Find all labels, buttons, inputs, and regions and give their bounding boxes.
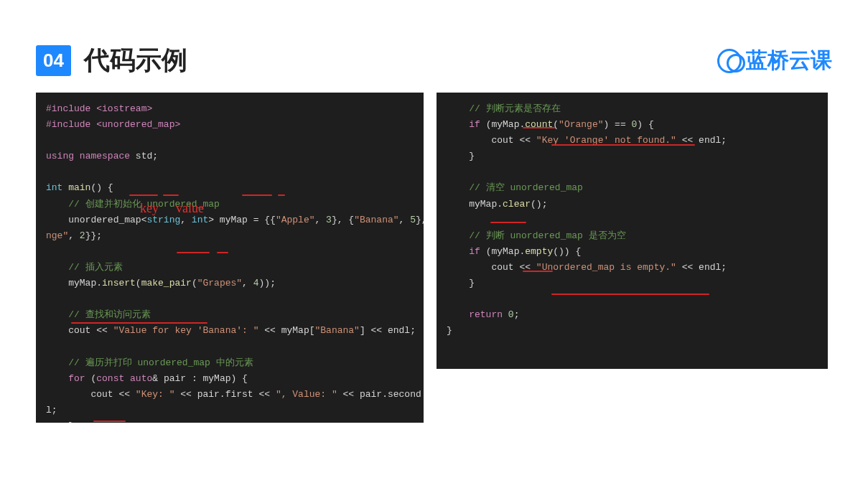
- red-underline: [242, 194, 272, 196]
- red-underline: [163, 194, 179, 196]
- red-underline: [523, 271, 553, 272]
- red-underline: [551, 294, 709, 295]
- comment: // 清空 unordered_map: [469, 182, 583, 193]
- comment: // 创建并初始化 unordered_map: [68, 199, 220, 210]
- keyword: namespace: [80, 151, 130, 161]
- code-text: myMap.: [68, 278, 102, 288]
- keyword: auto: [130, 373, 152, 384]
- content-area: #include <iostream> #include <unordered_…: [0, 93, 868, 423]
- include-keyword: #include: [46, 119, 90, 130]
- red-underline: [177, 252, 210, 253]
- keyword: if: [469, 246, 480, 257]
- number-literal: 2: [80, 230, 85, 241]
- keyword: return: [469, 309, 503, 320]
- string-literal: ", Value: ": [276, 389, 337, 400]
- red-underline: [71, 322, 207, 324]
- code-block-left: #include <iostream> #include <unordered_…: [36, 93, 424, 423]
- function-name: clear: [503, 199, 531, 210]
- type: int: [46, 182, 62, 193]
- brand-text: 蓝桥云课: [746, 46, 832, 75]
- red-underline: [278, 194, 285, 196]
- chapter-badge: 04: [36, 45, 71, 76]
- string-literal: "Grapes": [197, 278, 242, 288]
- include-keyword: #include: [46, 103, 90, 114]
- code-text: unordered_map<: [68, 215, 146, 225]
- keyword: using: [46, 151, 74, 161]
- comment: // 判断 unordered_map 是否为空: [469, 230, 625, 241]
- comment: // 插入元素: [68, 262, 122, 273]
- string-literal: "Banana": [315, 325, 360, 336]
- code-text: > myMap = {{: [208, 215, 276, 225]
- red-underline: [551, 144, 695, 146]
- function-name: main: [68, 182, 90, 193]
- string-literal: "Orange": [559, 119, 603, 130]
- keyword: if: [469, 119, 480, 130]
- keyword: for: [68, 373, 85, 384]
- red-underline: [129, 194, 158, 196]
- code-text: << endl;: [365, 325, 416, 336]
- number-literal: 4: [253, 278, 259, 288]
- code-text: ,: [180, 215, 192, 225]
- string-literal: "Banana": [354, 215, 398, 225]
- code-text: myMap.: [469, 199, 503, 210]
- keyword: const: [96, 373, 124, 384]
- number-literal: 0: [508, 309, 514, 320]
- code-text: cout <<: [491, 135, 536, 146]
- number-literal: 5: [410, 215, 416, 225]
- function-name: insert: [102, 278, 136, 288]
- code-text: (myMap.: [480, 119, 525, 130]
- include-header: <iostream>: [96, 103, 152, 114]
- identifier: std;: [136, 151, 158, 161]
- code-text: << pair.second << end: [337, 389, 424, 400]
- comment: // 判断元素是否存在: [469, 103, 560, 114]
- code-text: cout <<: [90, 389, 135, 400]
- function-name: make_pair: [141, 278, 192, 288]
- include-header: <unordered_map>: [96, 119, 180, 130]
- code-block-right: // 判断元素是否存在 if (myMap.count("Orange") ==…: [437, 93, 828, 369]
- red-underline: [217, 252, 228, 253]
- code-text: << endl;: [676, 262, 727, 273]
- comment: // 遍历并打印 unordered_map 中的元素: [68, 357, 253, 368]
- number-literal: 0: [632, 119, 638, 130]
- function-name: empty: [525, 246, 553, 257]
- slide-title: 代码示例: [84, 43, 187, 78]
- code-text: (myMap.: [480, 246, 525, 257]
- red-underline: [523, 127, 555, 128]
- string-literal: "Unordered_map is empty.": [536, 262, 676, 273]
- brand-icon: [717, 49, 742, 73]
- code-text: pair : myMap) {: [158, 373, 248, 384]
- red-underline: [93, 421, 126, 422]
- brand-logo: 蓝桥云课: [717, 46, 832, 75]
- type: int: [192, 215, 208, 225]
- string-literal: nge": [46, 230, 68, 241]
- number-literal: 3: [326, 215, 332, 225]
- string-literal: "Apple": [276, 215, 315, 225]
- code-text: l;: [46, 405, 57, 416]
- header-left: 04 代码示例: [36, 43, 187, 78]
- string-literal: "Value for key 'Banana': ": [113, 325, 259, 336]
- code-text: << pair.first <<: [174, 389, 275, 400]
- string-literal: "Key: ": [136, 389, 175, 400]
- slide-header: 04 代码示例 蓝桥云课: [0, 0, 868, 93]
- comment: // 查找和访问元素: [68, 309, 150, 320]
- red-underline: [490, 222, 526, 223]
- code-text: cout <<: [68, 325, 113, 336]
- type: string: [146, 215, 180, 225]
